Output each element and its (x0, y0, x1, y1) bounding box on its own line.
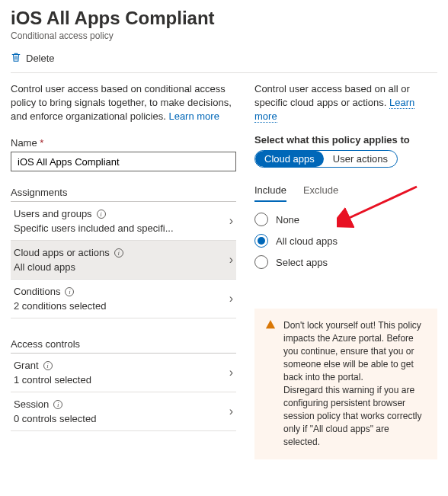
tab-include[interactable]: Include (254, 184, 286, 202)
warning-box: Don't lock yourself out! This policy imp… (254, 309, 437, 459)
warning-icon (265, 319, 276, 449)
page-subtitle: Conditional access policy (11, 30, 437, 41)
radio-icon (254, 255, 268, 269)
applies-to-heading: Select what this policy applies to (254, 134, 437, 146)
warning-text: Don't lock yourself out! This policy imp… (283, 319, 425, 449)
assignments-heading: Assignments (11, 187, 236, 202)
radio-all-cloud-apps[interactable]: All cloud apps (254, 234, 437, 248)
assignment-conditions[interactable]: Conditions i 2 conditions selected › (11, 280, 236, 318)
chevron-right-icon: › (229, 366, 233, 379)
name-label: Name * (11, 137, 236, 149)
trash-icon (11, 52, 21, 65)
access-control-session[interactable]: Session i 0 controls selected › (11, 392, 236, 431)
info-icon[interactable]: i (114, 248, 123, 258)
pill-user-actions[interactable]: User actions (324, 151, 397, 167)
info-icon[interactable]: i (53, 400, 62, 409)
divider (11, 72, 437, 73)
access-controls-heading: Access controls (11, 338, 236, 354)
chevron-right-icon: › (229, 292, 233, 306)
radio-icon (254, 213, 268, 226)
assignment-users-groups[interactable]: Users and groups i Specific users includ… (11, 202, 236, 241)
assignment-cloud-apps[interactable]: Cloud apps or actions i All cloud apps › (11, 241, 236, 280)
applies-to-toggle: Cloud apps User actions (254, 150, 398, 168)
delete-label: Delete (26, 53, 55, 64)
chevron-right-icon: › (229, 405, 233, 418)
info-icon[interactable]: i (97, 210, 106, 219)
left-intro: Control user access based on conditional… (11, 82, 236, 123)
access-control-grant[interactable]: Grant i 1 control selected › (11, 354, 236, 392)
learn-more-link-left[interactable]: Learn more (168, 110, 219, 122)
page-title: iOS All Apps Compliant (11, 8, 437, 29)
tab-exclude[interactable]: Exclude (303, 184, 338, 202)
right-intro: Control user access based on all or spec… (254, 82, 437, 123)
pill-cloud-apps[interactable]: Cloud apps (255, 151, 324, 167)
delete-button[interactable]: Delete (11, 52, 55, 65)
radio-none[interactable]: None (254, 213, 437, 226)
name-input[interactable] (11, 152, 236, 171)
info-icon[interactable]: i (43, 361, 53, 370)
radio-select-apps[interactable]: Select apps (254, 255, 437, 269)
radio-icon (254, 234, 268, 248)
chevron-right-icon: › (229, 253, 233, 267)
chevron-right-icon: › (229, 214, 233, 228)
info-icon[interactable]: i (65, 287, 74, 296)
